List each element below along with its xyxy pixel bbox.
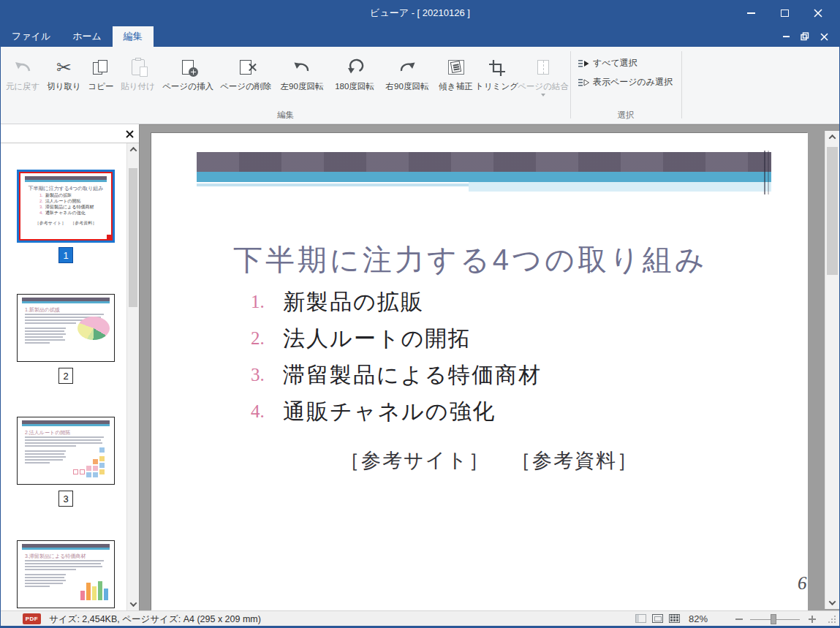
thumbnail-image: 2.法人ルートの開拓 <box>17 417 115 485</box>
thumbnail-page-2[interactable]: 1.新製品の拡販 <box>17 294 115 362</box>
slide-page-number: 6 <box>798 573 807 594</box>
mini-slide-title: 下半期に注力する4つの取り組み <box>20 185 111 192</box>
squares-chart-thumbnail <box>72 447 110 478</box>
scrollbar-thumb[interactable] <box>129 168 137 307</box>
zoom-in-button[interactable] <box>809 618 816 620</box>
doc-close-button[interactable] <box>814 29 833 45</box>
slide-header-band <box>25 176 107 180</box>
rotate-180-button[interactable]: 180度回転 <box>330 51 379 97</box>
thumbnail-page-1[interactable]: 下半期に注力する4つの取り組み 1.新製品の拡販 2.法人ルートの開拓 3.滞留… <box>17 170 115 243</box>
scroll-down-button[interactable] <box>127 598 139 610</box>
title-bar: ビューア - [ 20210126 ] <box>1 0 839 26</box>
rotate-left-button[interactable]: 左90度回転 <box>274 51 330 97</box>
page-merge-icon <box>537 60 549 75</box>
thumbnail-image: 下半期に注力する4つの取り組み 1.新製品の拡販 2.法人ルートの開拓 3.滞留… <box>19 172 113 241</box>
window-controls <box>734 0 835 26</box>
deskew-button[interactable]: 傾き補正 <box>435 51 477 97</box>
group-label-select: 選択 <box>570 110 681 121</box>
slide-title: 下半期に注力する4つの取り組み <box>233 240 708 280</box>
ribbon-separator <box>681 51 682 118</box>
document-window-controls <box>776 26 833 47</box>
page-merge-dropdown-icon[interactable] <box>541 94 545 97</box>
zoom-out-button[interactable] <box>735 618 743 620</box>
slide-list-item: 1. 新製品の拡販 <box>251 284 424 320</box>
ribbon-group-edit: 元に戻す ✂ 切り取り コピー 貼り付け ページの挿入 ページの削除 <box>2 51 570 97</box>
close-icon <box>814 9 822 18</box>
resize-grip-icon[interactable] <box>834 621 836 623</box>
select-visible-icon <box>578 78 589 87</box>
document-scrollbar[interactable] <box>825 131 839 609</box>
scroll-up-button[interactable] <box>825 131 839 143</box>
doc-minimize-icon <box>783 36 790 37</box>
main-area: 下半期に注力する4つの取り組み 1.新製品の拡販 2.法人ルートの開拓 3.滞留… <box>1 124 839 610</box>
rotate-right-icon <box>398 58 417 76</box>
scrollbar-thumb[interactable] <box>827 147 838 275</box>
copy-icon <box>93 60 109 75</box>
file-info-text: サイズ: 2,454KB, ページサイズ: A4 (295 x 209 mm) <box>49 613 261 626</box>
scroll-down-button[interactable] <box>825 597 839 609</box>
slide-references: ［参考サイト］ ［参考資料］ <box>340 447 638 474</box>
status-bar: PDF サイズ: 2,454KB, ページサイズ: A4 (295 x 209 … <box>1 610 839 626</box>
viewer-window: ビューア - [ 20210126 ] ファイル ホーム 編集 <box>0 0 840 628</box>
page-delete-button[interactable]: ページの削除 <box>217 51 274 97</box>
undo-button[interactable]: 元に戻す <box>2 51 43 97</box>
slide-list-item: 4. 通販チャネルの強化 <box>251 393 496 430</box>
panel-close-button[interactable] <box>124 128 135 140</box>
crop-button[interactable]: トリミング <box>477 51 517 97</box>
tab-home[interactable]: ホーム <box>61 26 113 47</box>
document-page: 下半期に注力する4つの取り組み 1. 新製品の拡販 2. 法人ルートの開拓 3.… <box>151 133 808 610</box>
rotate-right-button[interactable]: 右90度回転 <box>379 51 435 97</box>
doc-restore-icon <box>801 32 809 41</box>
page-number-badge: 3 <box>58 491 73 507</box>
thumbnail-page-3[interactable]: 2.法人ルートの開拓 <box>17 417 115 485</box>
slide-header-stripe <box>469 182 771 192</box>
page-delete-icon <box>240 60 251 75</box>
rotate-180-icon <box>345 58 364 76</box>
doc-restore-button[interactable] <box>795 29 814 45</box>
pdf-file-icon: PDF <box>23 613 41 624</box>
crop-icon <box>488 58 506 77</box>
chevron-down-icon <box>829 598 836 605</box>
undo-icon <box>13 58 32 76</box>
page-number-badge: 2 <box>58 368 73 384</box>
cut-button[interactable]: ✂ 切り取り <box>43 51 85 97</box>
selection-handle[interactable] <box>107 235 111 239</box>
scroll-up-button[interactable] <box>127 143 139 156</box>
page-insert-icon <box>182 60 194 75</box>
select-all-button[interactable]: すべて選択 <box>578 57 637 69</box>
mini-slide-title: 3.滞留製品による特価商材 <box>25 553 114 560</box>
copy-button[interactable]: コピー <box>85 51 117 97</box>
thumbnail-image: 1.新製品の拡販 <box>17 294 115 362</box>
grid-view-icon[interactable] <box>669 614 680 623</box>
slide-list-item: 2. 法人ルートの開拓 <box>251 320 472 357</box>
page-number-badge: 1 <box>58 247 73 263</box>
mini-slide-title: 2.法人ルートの開拓 <box>25 429 114 436</box>
chevron-up-icon <box>129 147 137 154</box>
page-view-icon[interactable] <box>652 614 663 623</box>
tab-file[interactable]: ファイル <box>1 26 61 47</box>
minimize-icon <box>747 12 755 14</box>
group-label-edit: 編集 <box>1 110 570 121</box>
select-visible-pages-button[interactable]: 表示ページのみ選択 <box>578 76 673 88</box>
paste-icon <box>132 59 145 75</box>
zoom-level: 82% <box>689 613 708 624</box>
window-title: ビューア - [ 20210126 ] <box>1 7 839 20</box>
minimize-button[interactable] <box>734 2 768 24</box>
sidebar-view-icon[interactable] <box>635 614 646 623</box>
maximize-button[interactable] <box>768 2 801 24</box>
page-merge-button[interactable]: ページの結合 <box>517 51 570 97</box>
document-view: 下半期に注力する4つの取り組み 1. 新製品の拡販 2. 法人ルートの開拓 3.… <box>140 124 839 610</box>
tab-edit[interactable]: 編集 <box>113 26 154 47</box>
thumbnail-scrollbar[interactable] <box>126 143 139 610</box>
select-all-icon <box>578 59 589 68</box>
ribbon-separator <box>570 51 571 118</box>
slide-list-item: 3. 滞留製品による特価商材 <box>251 357 542 393</box>
thumbnail-page-4[interactable]: 3.滞留製品による特価商材 <box>17 540 115 608</box>
scissors-icon: ✂ <box>56 58 72 77</box>
page-insert-button[interactable]: ページの挿入 <box>159 51 217 97</box>
ribbon: 元に戻す ✂ 切り取り コピー 貼り付け ページの挿入 ページの削除 <box>1 47 839 124</box>
zoom-slider-thumb[interactable] <box>771 614 776 624</box>
close-button[interactable] <box>801 2 835 24</box>
paste-button[interactable]: 貼り付け <box>117 51 159 97</box>
doc-minimize-button[interactable] <box>776 29 795 45</box>
